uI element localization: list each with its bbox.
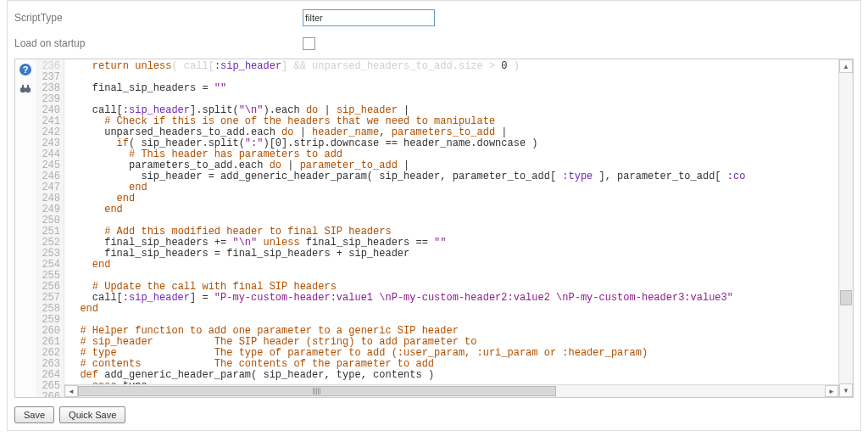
script-panel: ScriptType Load on startup ? 23623723823… <box>7 0 861 431</box>
vscroll-track[interactable] <box>840 73 852 383</box>
code-content[interactable]: return unless( call[:sip_header] && unpa… <box>64 59 838 385</box>
scroll-up-arrow-icon[interactable]: ▲ <box>839 59 853 73</box>
load-on-startup-checkbox[interactable] <box>303 37 315 50</box>
code-area[interactable]: return unless( call[:sip_header] && unpa… <box>64 59 838 397</box>
scripttype-input[interactable] <box>303 9 435 26</box>
vscroll-thumb[interactable] <box>840 290 852 305</box>
save-button[interactable]: Save <box>14 406 54 423</box>
editor-toolbar: ? <box>15 59 36 397</box>
svg-rect-5 <box>22 85 24 88</box>
hscroll-thumb[interactable] <box>78 386 556 396</box>
vertical-scrollbar[interactable]: ▲ ▼ <box>838 59 853 397</box>
line-number-gutter: 2362372382392402412422432442452462472482… <box>36 59 64 397</box>
scroll-right-arrow-icon[interactable]: ► <box>825 385 838 397</box>
code-editor: ? 23623723823924024124224324424524624724… <box>14 59 854 398</box>
hscroll-track[interactable] <box>78 386 825 396</box>
svg-text:?: ? <box>23 64 29 75</box>
binoculars-icon[interactable] <box>19 81 32 95</box>
scripttype-label: ScriptType <box>14 12 303 24</box>
load-on-startup-label: Load on startup <box>14 37 303 49</box>
help-icon[interactable]: ? <box>19 63 32 76</box>
svg-rect-6 <box>27 85 29 88</box>
svg-rect-4 <box>24 88 27 91</box>
scroll-down-arrow-icon[interactable]: ▼ <box>839 383 853 397</box>
scroll-left-arrow-icon[interactable]: ◄ <box>64 385 78 397</box>
horizontal-scrollbar[interactable]: ◄ ► <box>64 384 838 397</box>
load-on-startup-row: Load on startup <box>14 33 854 53</box>
scripttype-row: ScriptType <box>14 8 854 28</box>
quick-save-button[interactable]: Quick Save <box>59 406 125 423</box>
button-row: Save Quick Save <box>14 406 854 423</box>
